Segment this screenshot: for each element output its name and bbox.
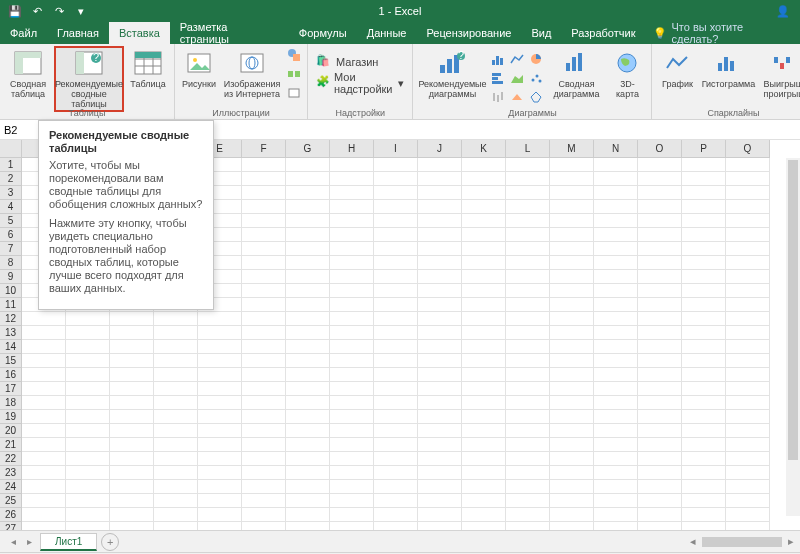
cell[interactable] xyxy=(198,494,242,508)
radar-chart-button[interactable] xyxy=(527,88,545,106)
cell[interactable] xyxy=(330,494,374,508)
vertical-scrollbar[interactable] xyxy=(786,158,800,516)
row-header[interactable]: 4 xyxy=(0,200,22,214)
cell[interactable] xyxy=(418,270,462,284)
row-header[interactable]: 22 xyxy=(0,452,22,466)
sparkline-line-button[interactable]: График xyxy=(656,46,698,92)
cell[interactable] xyxy=(330,354,374,368)
cell[interactable] xyxy=(550,452,594,466)
cell[interactable] xyxy=(462,508,506,522)
cell[interactable] xyxy=(374,340,418,354)
cell[interactable] xyxy=(242,410,286,424)
cell[interactable] xyxy=(638,396,682,410)
cell[interactable] xyxy=(726,326,770,340)
cell[interactable] xyxy=(594,354,638,368)
cell[interactable] xyxy=(550,298,594,312)
cell[interactable] xyxy=(110,382,154,396)
cell[interactable] xyxy=(462,340,506,354)
row-header[interactable]: 13 xyxy=(0,326,22,340)
cell[interactable] xyxy=(286,256,330,270)
cell[interactable] xyxy=(198,452,242,466)
cell[interactable] xyxy=(682,284,726,298)
cell[interactable] xyxy=(198,466,242,480)
cell[interactable] xyxy=(594,284,638,298)
cell[interactable] xyxy=(550,200,594,214)
map3d-button[interactable]: 3D-карта xyxy=(607,46,647,102)
cell[interactable] xyxy=(726,298,770,312)
cell[interactable] xyxy=(682,214,726,228)
cell[interactable] xyxy=(66,410,110,424)
save-icon[interactable]: 💾 xyxy=(8,4,22,18)
add-sheet-button[interactable]: + xyxy=(101,533,119,551)
cell[interactable] xyxy=(506,438,550,452)
recommended-charts-button[interactable]: ? Рекомендуемые диаграммы xyxy=(417,46,487,102)
cell[interactable] xyxy=(330,186,374,200)
cell[interactable] xyxy=(726,228,770,242)
cell[interactable] xyxy=(374,382,418,396)
cell[interactable] xyxy=(110,438,154,452)
cell[interactable] xyxy=(330,256,374,270)
cell[interactable] xyxy=(242,228,286,242)
cell[interactable] xyxy=(682,354,726,368)
cell[interactable] xyxy=(286,452,330,466)
cell[interactable] xyxy=(506,256,550,270)
cell[interactable] xyxy=(682,312,726,326)
cell[interactable] xyxy=(594,186,638,200)
tab-file[interactable]: Файл xyxy=(0,22,47,44)
cell[interactable] xyxy=(506,242,550,256)
cell[interactable] xyxy=(506,494,550,508)
row-header[interactable]: 3 xyxy=(0,186,22,200)
row-header[interactable]: 12 xyxy=(0,312,22,326)
cell[interactable] xyxy=(110,424,154,438)
cell[interactable] xyxy=(506,410,550,424)
cell[interactable] xyxy=(286,466,330,480)
cell[interactable] xyxy=(154,494,198,508)
cell[interactable] xyxy=(462,228,506,242)
cell[interactable] xyxy=(462,396,506,410)
cell[interactable] xyxy=(110,396,154,410)
cell[interactable] xyxy=(330,214,374,228)
cell[interactable] xyxy=(110,508,154,522)
cell[interactable] xyxy=(330,410,374,424)
cell[interactable] xyxy=(638,424,682,438)
cell[interactable] xyxy=(330,298,374,312)
cell[interactable] xyxy=(22,438,66,452)
cell[interactable] xyxy=(110,354,154,368)
cell[interactable] xyxy=(594,452,638,466)
cell[interactable] xyxy=(242,368,286,382)
sparkline-winloss-button[interactable]: Выигрыш/проигрыш xyxy=(758,46,800,102)
cell[interactable] xyxy=(286,494,330,508)
cell[interactable] xyxy=(550,480,594,494)
cell[interactable] xyxy=(726,522,770,530)
shapes-button[interactable] xyxy=(285,46,303,64)
cell[interactable] xyxy=(550,172,594,186)
cell[interactable] xyxy=(242,480,286,494)
cell[interactable] xyxy=(726,312,770,326)
cell[interactable] xyxy=(418,228,462,242)
cell[interactable] xyxy=(418,522,462,530)
cell[interactable] xyxy=(594,298,638,312)
stock-chart-button[interactable] xyxy=(489,88,507,106)
cell[interactable] xyxy=(418,186,462,200)
row-header[interactable]: 11 xyxy=(0,298,22,312)
cell[interactable] xyxy=(550,522,594,530)
cell[interactable] xyxy=(66,466,110,480)
cell[interactable] xyxy=(726,158,770,172)
cell[interactable] xyxy=(594,200,638,214)
cell[interactable] xyxy=(374,424,418,438)
cell[interactable] xyxy=(154,480,198,494)
cell[interactable] xyxy=(638,298,682,312)
cell[interactable] xyxy=(330,228,374,242)
cell[interactable] xyxy=(682,228,726,242)
cell[interactable] xyxy=(682,256,726,270)
cell[interactable] xyxy=(726,186,770,200)
cell[interactable] xyxy=(462,270,506,284)
cell[interactable] xyxy=(418,382,462,396)
cell[interactable] xyxy=(66,382,110,396)
my-addins-button[interactable]: 🧩Мои надстройки▾ xyxy=(312,73,408,93)
cell[interactable] xyxy=(22,424,66,438)
row-header[interactable]: 6 xyxy=(0,228,22,242)
cell[interactable] xyxy=(418,452,462,466)
cell[interactable] xyxy=(594,410,638,424)
cell[interactable] xyxy=(682,368,726,382)
